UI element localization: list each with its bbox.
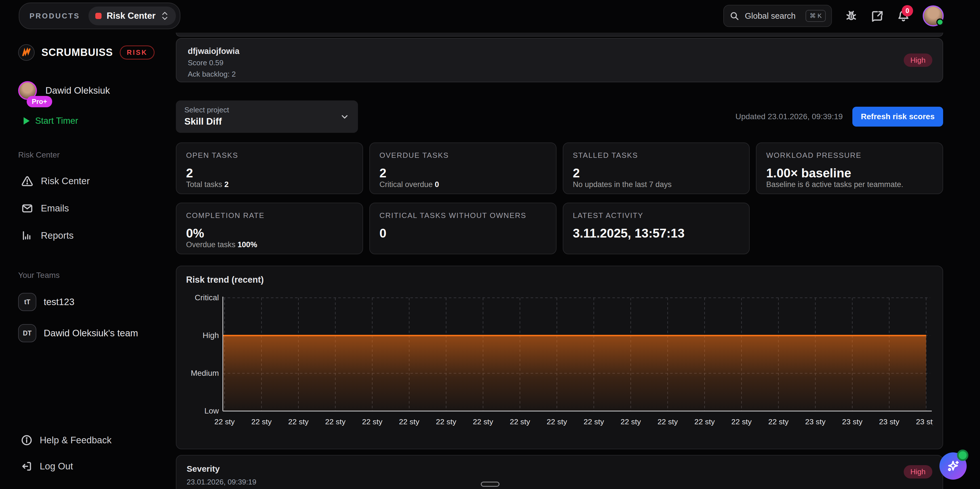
stat-value: 0 xyxy=(380,226,546,241)
stat-label: WORKLOAD PRESSURE xyxy=(766,151,933,160)
sidebar-item-risk-center[interactable]: Risk Center xyxy=(18,175,162,187)
svg-text:22 sty: 22 sty xyxy=(436,417,457,426)
team-avatar: DT xyxy=(18,324,36,342)
svg-text:Medium: Medium xyxy=(191,369,219,378)
feedback-share-button[interactable] xyxy=(870,9,884,23)
brand-row: SCRUMBUISS RISK xyxy=(18,44,162,61)
product-switcher[interactable]: Risk Center xyxy=(89,6,176,25)
stat-card: OPEN TASKS2Total tasks 2 xyxy=(176,142,363,194)
bug-icon xyxy=(845,10,858,22)
stat-value: 2 xyxy=(573,166,740,180)
search-icon xyxy=(730,11,739,21)
svg-text:22 sty: 22 sty xyxy=(399,417,420,426)
svg-text:Low: Low xyxy=(204,406,219,415)
severity-card-timestamp: 23.01.2026, 09:39:19 xyxy=(187,478,932,486)
search-shortcut-kbd: ⌘ K xyxy=(805,10,826,22)
product-switcher-label: Risk Center xyxy=(107,11,156,21)
log-out-button[interactable]: Log Out xyxy=(18,460,162,472)
stat-subtext: Total tasks 2 xyxy=(186,180,353,189)
stat-label: CRITICAL TASKS WITHOUT OWNERS xyxy=(380,211,546,220)
project-select[interactable]: Select project Skill Diff xyxy=(176,100,358,133)
stat-card: CRITICAL TASKS WITHOUT OWNERS0 xyxy=(369,202,557,254)
svg-text:22 sty: 22 sty xyxy=(362,417,383,426)
svg-text:22 sty: 22 sty xyxy=(547,417,567,426)
risk-trend-chart: CriticalHighMediumLow22 sty22 sty22 sty2… xyxy=(186,290,933,444)
stat-label: STALLED TASKS xyxy=(573,151,740,160)
user-avatar[interactable] xyxy=(923,5,944,26)
sparkle-icon xyxy=(946,459,961,473)
global-search-placeholder: Global search xyxy=(745,11,800,21)
envelope-icon xyxy=(22,202,33,214)
svg-text:22 sty: 22 sty xyxy=(657,417,678,426)
severity-card: Severity 23.01.2026, 09:39:19 High xyxy=(176,455,943,489)
scrolled-card-sliver xyxy=(176,33,943,37)
refresh-cluster: Updated 23.01.2026, 09:39:19 Refresh ris… xyxy=(735,107,943,127)
stat-value: 2 xyxy=(380,166,546,180)
sidebar-item-emails[interactable]: Emails xyxy=(18,202,162,214)
sidebar-item-reports[interactable]: Reports xyxy=(18,230,162,241)
svg-text:23 sty: 23 sty xyxy=(805,417,826,426)
stat-label: OPEN TASKS xyxy=(186,151,353,160)
updated-timestamp: Updated 23.01.2026, 09:39:19 xyxy=(735,112,843,121)
risk-trend-card: Risk trend (recent) CriticalHighMediumLo… xyxy=(176,266,943,449)
project-select-label: Select project xyxy=(185,105,350,115)
topbar: PRODUCTS Risk Center Global search ⌘ K 0 xyxy=(0,0,980,32)
svg-text:22 sty: 22 sty xyxy=(584,417,605,426)
chevron-up-down-icon xyxy=(161,11,169,21)
horizontal-scrollbar-thumb[interactable] xyxy=(481,482,500,487)
log-out-label: Log Out xyxy=(40,461,73,472)
svg-text:22 sty: 22 sty xyxy=(731,417,752,426)
team-name: Dawid Oleksiuk's team xyxy=(44,328,138,339)
products-pill: PRODUCTS Risk Center xyxy=(19,3,180,29)
stat-value: 0% xyxy=(186,226,353,241)
stats-grid: OPEN TASKS2Total tasks 2OVERDUE TASKS2Cr… xyxy=(176,142,943,254)
stat-value: 3.11.2025, 13:57:13 xyxy=(573,226,740,241)
notifications-button[interactable]: 0 xyxy=(897,9,910,23)
svg-text:22 sty: 22 sty xyxy=(325,417,346,426)
assistant-fab-button[interactable] xyxy=(939,452,967,479)
risk-item-card[interactable]: dfjwaiojfowia Score 0.59 Ack backlog: 2 … xyxy=(176,38,943,82)
risk-center-product-icon xyxy=(95,13,102,19)
logout-icon xyxy=(21,460,32,472)
stat-label: LATEST ACTIVITY xyxy=(573,211,740,220)
stat-value: 1.00× baseline xyxy=(766,166,933,180)
stat-card: WORKLOAD PRESSURE1.00× baselineBaseline … xyxy=(756,142,943,194)
svg-text:22 sty: 22 sty xyxy=(768,417,789,426)
chevron-down-icon xyxy=(340,112,350,121)
scrumbuiss-logo-icon xyxy=(18,44,35,61)
help-feedback-button[interactable]: Help & Feedback xyxy=(18,435,162,446)
sidebar-item-label: Risk Center xyxy=(41,176,90,186)
risk-item-ack-backlog: Ack backlog: 2 xyxy=(188,70,931,79)
sidebar-team-dawid-oleksiuks-team[interactable]: DT Dawid Oleksiuk's team xyxy=(18,324,162,342)
svg-text:22 sty: 22 sty xyxy=(215,417,235,426)
svg-text:23 sty: 23 sty xyxy=(879,417,900,426)
svg-text:22 sty: 22 sty xyxy=(288,417,309,426)
stat-label: OVERDUE TASKS xyxy=(380,151,546,160)
refresh-risk-scores-button[interactable]: Refresh risk scores xyxy=(852,107,943,127)
stat-subtext: Baseline is 6 active tasks per teammate. xyxy=(766,180,933,189)
stat-card: COMPLETION RATE0%Overdue tasks 100% xyxy=(176,202,363,254)
svg-text:22 sty: 22 sty xyxy=(251,417,272,426)
stat-subtext: Critical overdue 0 xyxy=(380,180,546,189)
teams-section-label: Your Teams xyxy=(18,271,162,280)
svg-text:23 sty: 23 sty xyxy=(916,417,933,426)
svg-text:22 sty: 22 sty xyxy=(620,417,641,426)
svg-text:22 sty: 22 sty xyxy=(694,417,715,426)
global-search-input[interactable]: Global search ⌘ K xyxy=(723,5,832,27)
bar-chart-icon xyxy=(22,230,33,241)
stat-card: LATEST ACTIVITY3.11.2025, 13:57:13 xyxy=(563,202,750,254)
start-timer-label: Start Timer xyxy=(35,116,78,126)
brand-name: SCRUMBUISS xyxy=(41,46,113,59)
stat-card: STALLED TASKS2No updates in the last 7 d… xyxy=(563,142,750,194)
user-row[interactable]: Pro+ Dawid Oleksiuk xyxy=(18,81,162,100)
bug-report-button[interactable] xyxy=(845,9,858,23)
severity-badge: High xyxy=(904,54,932,67)
svg-text:22 sty: 22 sty xyxy=(473,417,493,426)
start-timer-button[interactable]: Start Timer xyxy=(18,116,162,126)
assistant-status-dot xyxy=(957,449,968,461)
notifications-count-badge: 0 xyxy=(902,5,913,16)
team-name: test123 xyxy=(44,296,74,307)
sidebar-team-test123[interactable]: tT test123 xyxy=(18,293,162,311)
sidebar-item-label: Reports xyxy=(41,230,74,241)
stat-value: 2 xyxy=(186,166,353,180)
